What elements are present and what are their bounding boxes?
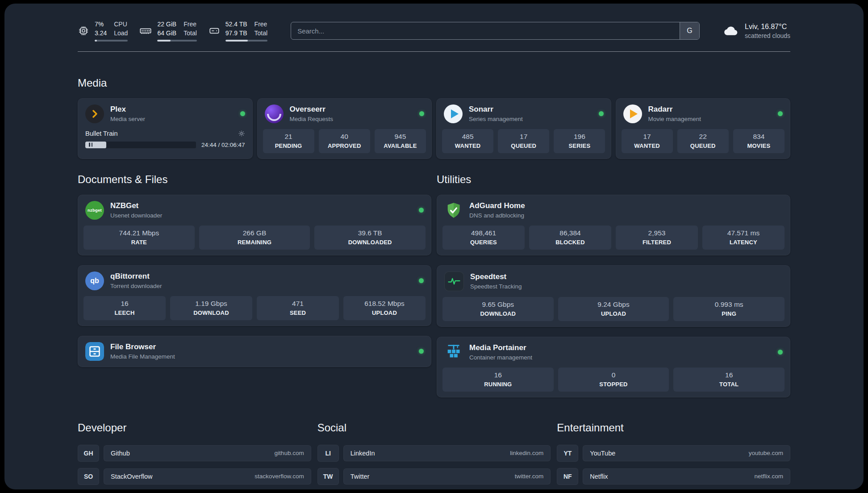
service-name: Media Portainer xyxy=(469,343,532,352)
dashboard: 7% 3.24 CPU Load xyxy=(4,4,864,489)
section-title-utilities: Utilities xyxy=(437,173,790,186)
cpu-progress-bar xyxy=(95,40,128,42)
bookmark-stackoverflow[interactable]: StackOverflow stackoverflow.com xyxy=(104,468,311,485)
ram-free-label: Free xyxy=(184,21,197,28)
stat-value: 618.52 Mbps xyxy=(345,300,424,308)
service-card-radarr[interactable]: Radarr Movie management 17 WANTED 22 QUE… xyxy=(616,98,791,159)
bookmark-youtube[interactable]: YouTube youtube.com xyxy=(583,445,790,461)
search-engine-button[interactable]: G xyxy=(680,22,699,39)
pause-icon[interactable] xyxy=(89,143,92,147)
radarr-icon xyxy=(623,104,642,123)
gear-icon[interactable] xyxy=(238,130,245,137)
weather-condition: scattered clouds xyxy=(745,32,790,39)
service-card-plex[interactable]: Plex Media server Bullet Train xyxy=(78,98,253,159)
stat-value: 39.6 TB xyxy=(316,229,424,237)
bookmark-abbr-github[interactable]: GH xyxy=(78,445,99,462)
qbittorrent-icon: qb xyxy=(85,272,104,290)
stat-tile: 618.52 Mbps UPLOAD xyxy=(343,296,426,320)
service-card-qbittorrent[interactable]: qb qBittorrent Torrent downloader 16 LEE… xyxy=(78,265,431,326)
ram-progress-bar xyxy=(157,40,196,42)
service-card-adguard[interactable]: AdGuard Home DNS and adblocking 498,461 … xyxy=(437,195,790,255)
service-card-nzbget[interactable]: nzbget NZBGet Usenet downloader 744.21 M… xyxy=(78,195,431,255)
stat-tile: 22 QUEUED xyxy=(677,129,729,153)
status-dot xyxy=(240,111,245,116)
service-subtitle: Container management xyxy=(469,354,532,361)
stat-tile: 834 MOVIES xyxy=(733,129,785,153)
portainer-stats: 16 RUNNING 0 STOPPED 16 TOTAL xyxy=(437,368,790,397)
stat-tile: 21 PENDING xyxy=(263,129,314,153)
service-name: Sonarr xyxy=(469,105,523,114)
cpu-metric: 7% 3.24 CPU Load xyxy=(78,21,128,42)
bookmark-abbr-twitter[interactable]: TW xyxy=(317,468,339,485)
stat-tile: 86,384 BLOCKED xyxy=(529,226,611,250)
stat-label: QUEUED xyxy=(679,142,727,149)
service-card-sonarr[interactable]: Sonarr Series management 485 WANTED 17 Q… xyxy=(436,98,611,159)
stat-label: WANTED xyxy=(623,142,671,149)
ram-metric: 22 GiB 64 GiB Free Total xyxy=(139,21,196,42)
cpu-usage-value: 7% xyxy=(95,21,107,28)
disk-total-label: Total xyxy=(255,29,268,37)
bookmark-abbr-stackoverflow[interactable]: SO xyxy=(78,468,99,485)
section-documents: Documents & Files nzbget NZBGet Usenet d… xyxy=(78,173,431,397)
stat-tile: 2,953 FILTERED xyxy=(616,226,698,250)
bookmark-linkedin[interactable]: LinkedIn linkedin.com xyxy=(343,445,551,461)
status-dot xyxy=(419,208,424,213)
bookmark-netflix[interactable]: Netflix netflix.com xyxy=(583,468,790,485)
service-subtitle: Media Requests xyxy=(290,116,334,122)
stat-label: LEECH xyxy=(85,309,164,316)
stat-label: DOWNLOAD xyxy=(172,309,250,316)
status-dot xyxy=(778,350,783,355)
stat-tile: 196 SERIES xyxy=(554,129,605,153)
stat-value: 17 xyxy=(623,133,671,141)
stat-tile: 47.571 ms LATENCY xyxy=(702,226,785,250)
service-card-overseerr[interactable]: Overseerr Media Requests 21 PENDING 40 A… xyxy=(257,98,432,159)
adguard-stats: 498,461 QUERIES 86,384 BLOCKED 2,953 FIL… xyxy=(437,226,790,255)
bookmark-twitter[interactable]: Twitter twitter.com xyxy=(343,468,551,485)
service-name: File Browser xyxy=(110,343,175,351)
overseerr-icon xyxy=(265,104,284,123)
cpu-icon xyxy=(78,25,89,37)
stat-tile: 471 SEED xyxy=(257,296,339,320)
bookmark-section-social: Social LI LinkedIn linkedin.com TW Twitt… xyxy=(317,422,551,489)
service-card-portainer[interactable]: Media Portainer Container management 16 … xyxy=(437,337,790,397)
service-card-speedtest[interactable]: Speedtest Speedtest Tracking 9.65 Gbps D… xyxy=(437,265,790,327)
stat-value: 485 xyxy=(444,133,492,141)
plex-now-playing: Bullet Train 24:44 / xyxy=(78,129,252,155)
status-dot xyxy=(419,349,424,354)
service-card-filebrowser[interactable]: File Browser Media File Management xyxy=(78,336,431,367)
cpu-load-label: Load xyxy=(114,29,128,37)
stat-tile: 16 TOTAL xyxy=(673,368,785,392)
bookmark-abbr-youtube[interactable]: YT xyxy=(557,445,578,462)
bookmark-github[interactable]: Github github.com xyxy=(104,445,311,461)
stat-label: DOWNLOADED xyxy=(316,239,424,246)
ram-total-value: 64 GiB xyxy=(157,29,176,37)
stat-tile: 17 WANTED xyxy=(622,129,673,153)
stat-label: PING xyxy=(675,310,783,317)
stat-tile: 16 LEECH xyxy=(83,296,166,320)
playback-progress-bar[interactable] xyxy=(85,142,196,148)
stat-tile: 744.21 Mbps RATE xyxy=(83,226,195,250)
stat-value: 47.571 ms xyxy=(704,229,783,237)
stat-label: QUEUED xyxy=(500,142,547,149)
service-subtitle: Movie management xyxy=(648,116,701,122)
bookmark-abbr-netflix[interactable]: NF xyxy=(557,468,578,485)
disk-free-value: 52.4 TB xyxy=(225,21,247,28)
disk-free-label: Free xyxy=(255,21,268,28)
section-title-media: Media xyxy=(78,77,790,89)
bookmark-section-developer: Developer GH Github github.com SO StackO… xyxy=(78,422,311,489)
weather-widget: Lviv, 16.87°C scattered clouds xyxy=(723,23,790,39)
disk-icon xyxy=(209,25,220,37)
overseerr-stats: 21 PENDING 40 APPROVED 945 AVAILABLE xyxy=(258,129,432,159)
stat-tile: 16 RUNNING xyxy=(442,368,554,392)
stat-tile: 39.6 TB DOWNLOADED xyxy=(314,226,426,250)
search-input[interactable] xyxy=(291,27,680,35)
stat-label: SEED xyxy=(259,309,337,316)
status-dot xyxy=(599,111,604,116)
section-title-documents: Documents & Files xyxy=(78,173,431,186)
stat-tile: 1.19 Gbps DOWNLOAD xyxy=(170,296,252,320)
stat-value: 9.65 Gbps xyxy=(444,301,552,309)
weather-location: Lviv, 16.87°C xyxy=(745,23,790,31)
bookmark-abbr-linkedin[interactable]: LI xyxy=(317,445,339,462)
stat-label: BLOCKED xyxy=(531,239,609,246)
nzbget-icon: nzbget xyxy=(85,201,104,220)
